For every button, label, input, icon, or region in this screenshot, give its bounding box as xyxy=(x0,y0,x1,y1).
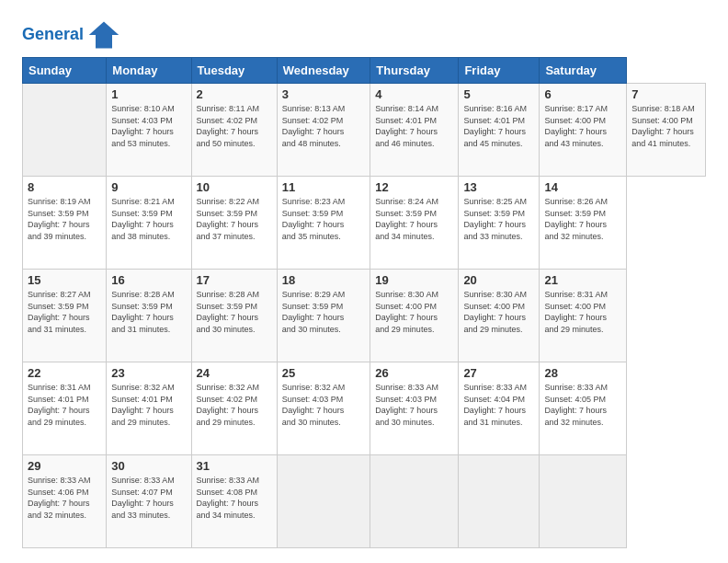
calendar-cell: 17Sunrise: 8:28 AM Sunset: 3:59 PM Dayli… xyxy=(191,270,277,362)
day-number: 6 xyxy=(544,87,621,101)
calendar-cell: 16Sunrise: 8:28 AM Sunset: 3:59 PM Dayli… xyxy=(107,270,191,362)
calendar-header: SundayMondayTuesdayWednesdayThursdayFrid… xyxy=(23,58,706,84)
calendar-cell: 7Sunrise: 8:18 AM Sunset: 4:00 PM Daylig… xyxy=(627,84,706,177)
calendar-cell: 10Sunrise: 8:22 AM Sunset: 3:59 PM Dayli… xyxy=(191,177,277,270)
day-info: Sunrise: 8:32 AM Sunset: 4:01 PM Dayligh… xyxy=(111,382,186,428)
day-number: 12 xyxy=(375,180,453,194)
calendar-cell: 6Sunrise: 8:17 AM Sunset: 4:00 PM Daylig… xyxy=(540,84,627,177)
header-cell-tuesday: Tuesday xyxy=(191,58,277,84)
day-info: Sunrise: 8:11 AM Sunset: 4:02 PM Dayligh… xyxy=(197,103,272,149)
day-number: 14 xyxy=(544,180,621,194)
week-row-2: 15Sunrise: 8:27 AM Sunset: 3:59 PM Dayli… xyxy=(23,270,706,362)
week-row-4: 29Sunrise: 8:33 AM Sunset: 4:06 PM Dayli… xyxy=(23,455,706,548)
header-cell-friday: Friday xyxy=(459,58,540,84)
day-info: Sunrise: 8:21 AM Sunset: 3:59 PM Dayligh… xyxy=(111,196,186,242)
day-number: 19 xyxy=(375,273,453,287)
calendar-cell: 31Sunrise: 8:33 AM Sunset: 4:08 PM Dayli… xyxy=(191,455,277,548)
svg-marker-0 xyxy=(89,22,119,49)
header-cell-saturday: Saturday xyxy=(540,58,627,84)
day-info: Sunrise: 8:29 AM Sunset: 3:59 PM Dayligh… xyxy=(282,289,366,335)
calendar-cell: 5Sunrise: 8:16 AM Sunset: 4:01 PM Daylig… xyxy=(459,84,540,177)
logo-icon xyxy=(87,18,120,52)
calendar-cell: 18Sunrise: 8:29 AM Sunset: 3:59 PM Dayli… xyxy=(277,270,370,362)
day-number: 10 xyxy=(197,180,272,194)
day-number: 29 xyxy=(28,459,101,473)
day-info: Sunrise: 8:25 AM Sunset: 3:59 PM Dayligh… xyxy=(463,196,534,242)
calendar-cell xyxy=(540,455,627,548)
day-number: 27 xyxy=(463,366,534,380)
day-info: Sunrise: 8:33 AM Sunset: 4:03 PM Dayligh… xyxy=(375,382,453,428)
header-cell-wednesday: Wednesday xyxy=(277,58,370,84)
day-number: 17 xyxy=(197,273,272,287)
header: General xyxy=(22,18,706,46)
day-number: 5 xyxy=(463,87,534,101)
day-info: Sunrise: 8:32 AM Sunset: 4:03 PM Dayligh… xyxy=(282,382,366,428)
calendar-cell: 22Sunrise: 8:31 AM Sunset: 4:01 PM Dayli… xyxy=(23,362,107,455)
calendar-cell xyxy=(370,455,459,548)
day-number: 11 xyxy=(282,180,366,194)
day-number: 28 xyxy=(544,366,621,380)
header-cell-thursday: Thursday xyxy=(370,58,459,84)
calendar-table: SundayMondayTuesdayWednesdayThursdayFrid… xyxy=(22,57,706,548)
day-info: Sunrise: 8:33 AM Sunset: 4:05 PM Dayligh… xyxy=(544,382,621,428)
week-row-3: 22Sunrise: 8:31 AM Sunset: 4:01 PM Dayli… xyxy=(23,362,706,455)
day-info: Sunrise: 8:14 AM Sunset: 4:01 PM Dayligh… xyxy=(375,103,453,149)
day-number: 25 xyxy=(282,366,366,380)
day-info: Sunrise: 8:24 AM Sunset: 3:59 PM Dayligh… xyxy=(375,196,453,242)
day-info: Sunrise: 8:13 AM Sunset: 4:02 PM Dayligh… xyxy=(282,103,366,149)
day-number: 23 xyxy=(111,366,186,380)
day-number: 24 xyxy=(197,366,272,380)
calendar-cell: 12Sunrise: 8:24 AM Sunset: 3:59 PM Dayli… xyxy=(370,177,459,270)
calendar-cell: 23Sunrise: 8:32 AM Sunset: 4:01 PM Dayli… xyxy=(107,362,191,455)
week-row-0: 1Sunrise: 8:10 AM Sunset: 4:03 PM Daylig… xyxy=(23,84,706,177)
logo: General xyxy=(22,18,120,46)
day-number: 2 xyxy=(197,87,272,101)
calendar-cell: 9Sunrise: 8:21 AM Sunset: 3:59 PM Daylig… xyxy=(107,177,191,270)
day-info: Sunrise: 8:19 AM Sunset: 3:59 PM Dayligh… xyxy=(28,196,101,242)
calendar-cell: 26Sunrise: 8:33 AM Sunset: 4:03 PM Dayli… xyxy=(370,362,459,455)
calendar-body: 1Sunrise: 8:10 AM Sunset: 4:03 PM Daylig… xyxy=(23,84,706,548)
day-number: 31 xyxy=(197,459,272,473)
day-number: 3 xyxy=(282,87,366,101)
calendar-cell: 30Sunrise: 8:33 AM Sunset: 4:07 PM Dayli… xyxy=(107,455,191,548)
calendar-cell: 15Sunrise: 8:27 AM Sunset: 3:59 PM Dayli… xyxy=(23,270,107,362)
calendar-cell: 14Sunrise: 8:26 AM Sunset: 3:59 PM Dayli… xyxy=(540,177,627,270)
day-info: Sunrise: 8:18 AM Sunset: 4:00 PM Dayligh… xyxy=(631,103,700,149)
week-row-1: 8Sunrise: 8:19 AM Sunset: 3:59 PM Daylig… xyxy=(23,177,706,270)
calendar-cell xyxy=(23,84,107,177)
day-number: 7 xyxy=(631,87,700,101)
day-info: Sunrise: 8:32 AM Sunset: 4:02 PM Dayligh… xyxy=(197,382,272,428)
day-info: Sunrise: 8:31 AM Sunset: 4:00 PM Dayligh… xyxy=(544,289,621,335)
calendar-cell: 13Sunrise: 8:25 AM Sunset: 3:59 PM Dayli… xyxy=(459,177,540,270)
day-info: Sunrise: 8:31 AM Sunset: 4:01 PM Dayligh… xyxy=(28,382,101,428)
day-info: Sunrise: 8:30 AM Sunset: 4:00 PM Dayligh… xyxy=(375,289,453,335)
header-cell-sunday: Sunday xyxy=(23,58,107,84)
calendar-cell: 24Sunrise: 8:32 AM Sunset: 4:02 PM Dayli… xyxy=(191,362,277,455)
header-row: SundayMondayTuesdayWednesdayThursdayFrid… xyxy=(23,58,706,84)
day-info: Sunrise: 8:28 AM Sunset: 3:59 PM Dayligh… xyxy=(197,289,272,335)
day-info: Sunrise: 8:33 AM Sunset: 4:04 PM Dayligh… xyxy=(463,382,534,428)
calendar-cell: 1Sunrise: 8:10 AM Sunset: 4:03 PM Daylig… xyxy=(107,84,191,177)
calendar-cell: 19Sunrise: 8:30 AM Sunset: 4:00 PM Dayli… xyxy=(370,270,459,362)
calendar-cell: 3Sunrise: 8:13 AM Sunset: 4:02 PM Daylig… xyxy=(277,84,370,177)
calendar-cell: 25Sunrise: 8:32 AM Sunset: 4:03 PM Dayli… xyxy=(277,362,370,455)
day-info: Sunrise: 8:23 AM Sunset: 3:59 PM Dayligh… xyxy=(282,196,366,242)
day-info: Sunrise: 8:17 AM Sunset: 4:00 PM Dayligh… xyxy=(544,103,621,149)
day-info: Sunrise: 8:28 AM Sunset: 3:59 PM Dayligh… xyxy=(111,289,186,335)
calendar-cell: 21Sunrise: 8:31 AM Sunset: 4:00 PM Dayli… xyxy=(540,270,627,362)
page: General SundayMondayTuesdayWednesdayThur… xyxy=(0,0,728,563)
calendar-cell: 28Sunrise: 8:33 AM Sunset: 4:05 PM Dayli… xyxy=(540,362,627,455)
day-info: Sunrise: 8:26 AM Sunset: 3:59 PM Dayligh… xyxy=(544,196,621,242)
day-number: 20 xyxy=(463,273,534,287)
day-info: Sunrise: 8:33 AM Sunset: 4:07 PM Dayligh… xyxy=(111,475,186,521)
day-number: 21 xyxy=(544,273,621,287)
day-info: Sunrise: 8:33 AM Sunset: 4:08 PM Dayligh… xyxy=(197,475,272,521)
day-number: 8 xyxy=(28,180,101,194)
day-number: 13 xyxy=(463,180,534,194)
day-number: 1 xyxy=(111,87,186,101)
day-info: Sunrise: 8:16 AM Sunset: 4:01 PM Dayligh… xyxy=(463,103,534,149)
day-number: 16 xyxy=(111,273,186,287)
day-number: 22 xyxy=(28,366,101,380)
calendar-cell: 8Sunrise: 8:19 AM Sunset: 3:59 PM Daylig… xyxy=(23,177,107,270)
logo-text: General xyxy=(22,26,84,44)
